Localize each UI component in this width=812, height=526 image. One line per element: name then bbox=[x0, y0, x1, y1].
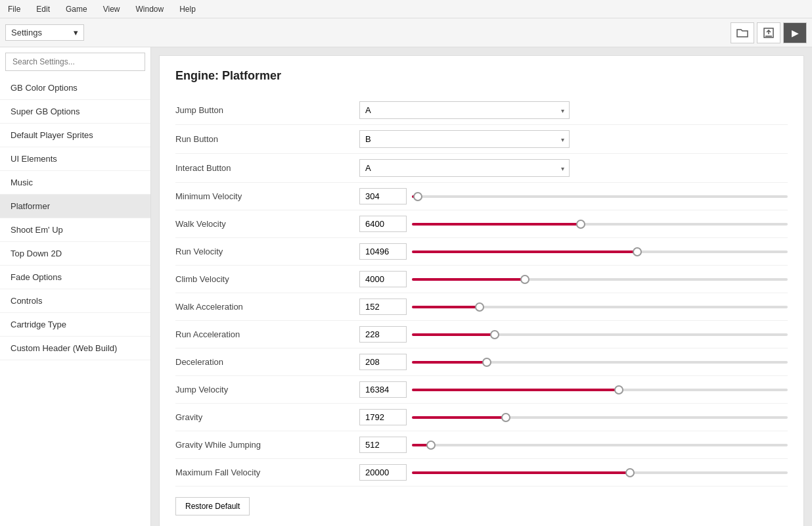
num-input-run-velocity[interactable] bbox=[359, 243, 407, 260]
setting-label-7: Walk Acceleration bbox=[175, 302, 359, 312]
sidebar-item-custom-header-(web-build)[interactable]: Custom Header (Web Build) bbox=[0, 337, 150, 360]
slider-container-3[interactable] bbox=[412, 195, 788, 198]
slider-thumb-9[interactable] bbox=[482, 358, 491, 367]
sidebar-item-fade-options[interactable]: Fade Options bbox=[0, 266, 150, 289]
setting-select-interact-button[interactable]: ABStartSelect bbox=[359, 159, 570, 177]
folder-icon bbox=[736, 28, 748, 38]
slider-thumb-4[interactable] bbox=[576, 220, 585, 229]
setting-control-0: ABStartSelect▾ bbox=[359, 101, 788, 119]
num-input-maximum-fall-velocity[interactable] bbox=[359, 464, 407, 481]
settings-dropdown-label: Settings bbox=[11, 28, 42, 37]
slider-container-7[interactable] bbox=[412, 306, 788, 308]
num-input-jump-velocity[interactable] bbox=[359, 381, 407, 398]
setting-label-12: Gravity While Jumping bbox=[175, 440, 359, 450]
platformer-rows: Jump ButtonABStartSelect▾Run ButtonABSta… bbox=[175, 96, 788, 487]
slider-thumb-10[interactable] bbox=[614, 385, 623, 394]
slider-fill-10 bbox=[412, 389, 619, 391]
num-input-gravity-while-jumping[interactable] bbox=[359, 437, 407, 453]
setting-control-6 bbox=[359, 271, 788, 287]
slider-thumb-5[interactable] bbox=[633, 247, 642, 256]
platformer-panel: Engine: Platformer Jump ButtonABStartSel… bbox=[159, 55, 804, 526]
slider-container-12[interactable] bbox=[412, 444, 788, 446]
slider-fill-9 bbox=[412, 361, 487, 364]
slider-container-11[interactable] bbox=[412, 416, 788, 419]
setting-row-9: Deceleration bbox=[175, 348, 788, 376]
setting-label-5: Run Velocity bbox=[175, 247, 359, 256]
select-wrapper-1: ABStartSelect▾ bbox=[359, 130, 570, 148]
sidebar-item-cartridge-type[interactable]: Cartridge Type bbox=[0, 313, 150, 337]
num-input-minimum-velocity[interactable] bbox=[359, 188, 407, 204]
num-input-climb-velocity[interactable] bbox=[359, 271, 407, 287]
sidebar: GB Color OptionsSuper GB OptionsDefault … bbox=[0, 47, 151, 526]
slider-container-5[interactable] bbox=[412, 251, 788, 253]
setting-row-1: Run ButtonABStartSelect▾ bbox=[175, 125, 788, 154]
setting-select-jump-button[interactable]: ABStartSelect bbox=[359, 101, 570, 119]
select-wrapper-2: ABStartSelect▾ bbox=[359, 159, 570, 177]
slider-container-6[interactable] bbox=[412, 278, 788, 281]
slider-fill-4 bbox=[412, 223, 581, 226]
slider-fill-11 bbox=[412, 416, 506, 419]
sidebar-item-platformer[interactable]: Platformer bbox=[0, 195, 150, 218]
slider-thumb-3[interactable] bbox=[413, 192, 422, 201]
menu-view[interactable]: View bbox=[101, 3, 123, 15]
setting-label-6: Climb Velocity bbox=[175, 274, 359, 284]
slider-thumb-11[interactable] bbox=[501, 413, 510, 422]
setting-control-2: ABStartSelect▾ bbox=[359, 159, 788, 177]
setting-row-13: Maximum Fall Velocity bbox=[175, 459, 788, 487]
slider-thumb-13[interactable] bbox=[625, 468, 635, 477]
main-layout: GB Color OptionsSuper GB OptionsDefault … bbox=[0, 47, 812, 526]
sidebar-item-default-player-sprites[interactable]: Default Player Sprites bbox=[0, 124, 150, 147]
slider-container-13[interactable] bbox=[412, 471, 788, 474]
num-input-walk-acceleration[interactable] bbox=[359, 299, 407, 315]
play-button[interactable]: ▶ bbox=[783, 22, 807, 43]
setting-row-0: Jump ButtonABStartSelect▾ bbox=[175, 96, 788, 125]
menu-file[interactable]: File bbox=[5, 3, 23, 15]
setting-label-2: Interact Button bbox=[175, 163, 359, 173]
settings-dropdown[interactable]: Settings ▾ bbox=[5, 24, 84, 41]
setting-row-6: Climb Velocity bbox=[175, 266, 788, 293]
num-input-run-acceleration[interactable] bbox=[359, 326, 407, 343]
sidebar-item-gb-color-options[interactable]: GB Color Options bbox=[0, 76, 150, 100]
slider-track-5 bbox=[412, 251, 788, 253]
menu-window[interactable]: Window bbox=[133, 3, 167, 15]
slider-container-10[interactable] bbox=[412, 389, 788, 391]
sidebar-item-music[interactable]: Music bbox=[0, 171, 150, 195]
setting-label-9: Deceleration bbox=[175, 357, 359, 367]
sidebar-item-controls[interactable]: Controls bbox=[0, 289, 150, 313]
sidebar-item-super-gb-options[interactable]: Super GB Options bbox=[0, 100, 150, 124]
slider-track-4 bbox=[412, 223, 788, 226]
slider-track-13 bbox=[412, 471, 788, 474]
slider-thumb-12[interactable] bbox=[426, 441, 436, 450]
setting-label-8: Run Acceleration bbox=[175, 329, 359, 339]
sidebar-item-shoot-em'-up[interactable]: Shoot Em' Up bbox=[0, 218, 150, 242]
slider-thumb-6[interactable] bbox=[520, 275, 530, 284]
setting-row-10: Jump Velocity bbox=[175, 376, 788, 404]
slider-thumb-8[interactable] bbox=[490, 330, 499, 339]
sidebar-item-top-down-2d[interactable]: Top Down 2D bbox=[0, 242, 150, 266]
slider-track-7 bbox=[412, 306, 788, 308]
slider-track-8 bbox=[412, 333, 788, 336]
search-input[interactable] bbox=[5, 53, 145, 71]
slider-container-8[interactable] bbox=[412, 333, 788, 336]
slider-thumb-7[interactable] bbox=[475, 302, 484, 312]
sidebar-item-ui-elements[interactable]: UI Elements bbox=[0, 147, 150, 171]
num-input-deceleration[interactable] bbox=[359, 354, 407, 370]
select-wrapper-0: ABStartSelect▾ bbox=[359, 101, 570, 119]
setting-select-run-button[interactable]: ABStartSelect bbox=[359, 130, 570, 148]
menu-game[interactable]: Game bbox=[63, 3, 90, 15]
content-area[interactable]: Engine: Platformer Jump ButtonABStartSel… bbox=[151, 47, 812, 526]
num-input-walk-velocity[interactable] bbox=[359, 216, 407, 232]
restore-default-button[interactable]: Restore Default bbox=[175, 497, 250, 515]
setting-control-8 bbox=[359, 326, 788, 343]
setting-row-8: Run Acceleration bbox=[175, 321, 788, 348]
slider-track-9 bbox=[412, 361, 788, 364]
setting-label-0: Jump Button bbox=[175, 105, 359, 115]
slider-container-9[interactable] bbox=[412, 361, 788, 364]
slider-container-4[interactable] bbox=[412, 223, 788, 226]
menu-help[interactable]: Help bbox=[177, 3, 198, 15]
open-folder-button[interactable] bbox=[731, 22, 754, 43]
num-input-gravity[interactable] bbox=[359, 409, 407, 425]
menu-edit[interactable]: Edit bbox=[34, 3, 53, 15]
setting-control-12 bbox=[359, 437, 788, 453]
export-button[interactable] bbox=[757, 22, 780, 43]
